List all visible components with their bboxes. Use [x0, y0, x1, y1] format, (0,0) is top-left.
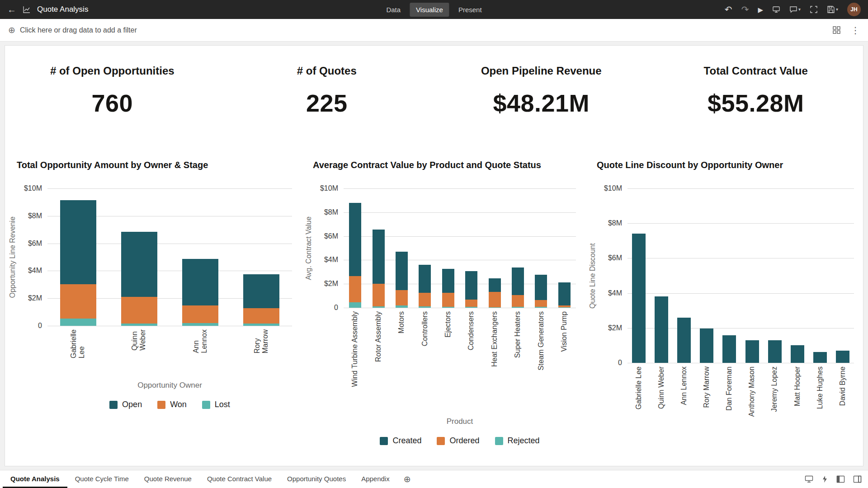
- kpi-total-contract-value[interactable]: Total Contract Value $55.28M: [649, 65, 863, 143]
- bar-segment[interactable]: [442, 269, 454, 293]
- canvas-settings-icon[interactable]: [832, 26, 841, 34]
- x-category-label: Anthony Mason: [748, 366, 756, 417]
- bar-segment[interactable]: [419, 306, 431, 308]
- present-board-icon[interactable]: [772, 5, 780, 14]
- bar-segment[interactable]: [535, 307, 547, 308]
- bar-segment[interactable]: [465, 300, 477, 307]
- bar-segment[interactable]: [813, 352, 827, 363]
- add-filter-icon[interactable]: ⊕: [8, 25, 15, 35]
- bar-segment[interactable]: [349, 302, 361, 308]
- bar-segment[interactable]: [60, 200, 96, 284]
- kpi-open-pipeline-revenue[interactable]: Open Pipeline Revenue $48.21M: [434, 65, 649, 143]
- present-display-icon[interactable]: [805, 475, 813, 483]
- tab-data[interactable]: Data: [380, 3, 407, 17]
- x-label-cell: Controllers: [419, 308, 431, 415]
- bar-segment[interactable]: [442, 293, 454, 307]
- bar-segment[interactable]: [419, 265, 431, 293]
- x-label-cell: Ann Lennox: [182, 326, 218, 379]
- bar-segment[interactable]: [396, 290, 408, 305]
- bar-segment[interactable]: [558, 307, 571, 308]
- filter-prompt[interactable]: Click here or drag data to add a filter: [20, 26, 137, 34]
- tab-present[interactable]: Present: [452, 3, 488, 17]
- user-avatar[interactable]: JH: [847, 3, 861, 16]
- bar-segment[interactable]: [121, 297, 157, 324]
- redo-icon[interactable]: ↷: [741, 5, 749, 14]
- kpi-value: 225: [220, 89, 434, 117]
- bar-segment[interactable]: [512, 307, 524, 308]
- legend-item-ordered[interactable]: Ordered: [437, 436, 479, 446]
- right-panel-toggle-icon[interactable]: [853, 475, 862, 483]
- save-icon[interactable]: ▾: [827, 5, 838, 14]
- preview-play-icon[interactable]: ▶: [758, 6, 763, 13]
- bar-segment[interactable]: [182, 323, 218, 326]
- canvas-tab-quote-revenue[interactable]: Quote Revenue: [137, 470, 199, 488]
- legend-item-lost[interactable]: Lost: [202, 400, 230, 409]
- bar: [60, 188, 96, 326]
- bar-segment[interactable]: [791, 345, 804, 363]
- tab-visualize[interactable]: Visualize: [410, 3, 449, 17]
- bar-segment[interactable]: [419, 293, 431, 306]
- undo-icon[interactable]: ↶: [725, 5, 732, 14]
- bar-segment[interactable]: [836, 351, 849, 363]
- bar-segment[interactable]: [243, 308, 279, 324]
- bar-segment[interactable]: [396, 305, 408, 308]
- y-axis-title: Opportunity Line Revenie: [5, 188, 20, 326]
- comments-icon[interactable]: ▾: [789, 5, 801, 14]
- left-panel-toggle-icon[interactable]: [836, 475, 845, 483]
- y-tick-label: $6M: [28, 239, 42, 248]
- auto-insights-icon[interactable]: [821, 475, 828, 483]
- bar-segment[interactable]: [745, 340, 759, 363]
- kpi-quotes[interactable]: # of Quotes 225: [220, 65, 434, 143]
- bar-segment[interactable]: [677, 318, 691, 363]
- bar-segment[interactable]: [60, 319, 96, 326]
- canvas-tab-quote-analysis[interactable]: Quote Analysis: [3, 470, 67, 488]
- bar-segment[interactable]: [349, 203, 361, 276]
- canvas-tab-quote-cycle-time[interactable]: Quote Cycle Time: [67, 470, 137, 488]
- bar-segment[interactable]: [655, 296, 668, 363]
- more-options-icon[interactable]: ⋮: [851, 25, 860, 36]
- bar-segment[interactable]: [60, 284, 96, 319]
- bar-segment[interactable]: [700, 328, 713, 363]
- bar-segment[interactable]: [489, 278, 501, 291]
- bar-segment[interactable]: [373, 284, 385, 306]
- bar-segment[interactable]: [535, 275, 547, 300]
- bar-segment[interactable]: [396, 252, 408, 290]
- bar-segment[interactable]: [349, 276, 361, 302]
- add-canvas-icon[interactable]: ⊕: [397, 470, 417, 488]
- bar-segment[interactable]: [489, 307, 501, 308]
- kpi-open-opportunities[interactable]: # of Open Opportunities 760: [5, 65, 220, 143]
- bar-segment[interactable]: [535, 300, 547, 307]
- bar-segment[interactable]: [243, 324, 279, 326]
- bar-segment[interactable]: [489, 292, 501, 307]
- legend-item-open[interactable]: Open: [109, 400, 142, 409]
- bar-segment[interactable]: [768, 340, 782, 363]
- bar-segment[interactable]: [465, 307, 477, 308]
- legend-item-won[interactable]: Won: [157, 400, 187, 409]
- bar-segment[interactable]: [182, 259, 218, 305]
- bar-segment[interactable]: [512, 267, 524, 295]
- bar-segment[interactable]: [121, 324, 157, 326]
- bar: [373, 188, 385, 308]
- legend-item-rejected[interactable]: Rejected: [495, 436, 540, 446]
- bar-segment[interactable]: [558, 282, 571, 305]
- bar-segment[interactable]: [442, 307, 454, 308]
- bar-segment[interactable]: [722, 335, 736, 363]
- bar-segment[interactable]: [512, 295, 524, 307]
- bar-segment[interactable]: [632, 234, 646, 363]
- canvas-tab-appendix[interactable]: Appendix: [354, 470, 397, 488]
- canvas-tab-quote-contract-value[interactable]: Quote Contract Value: [199, 470, 279, 488]
- bar-segment[interactable]: [373, 230, 385, 284]
- bar-segment[interactable]: [121, 232, 157, 297]
- bar-segment[interactable]: [465, 271, 477, 300]
- bar: [512, 188, 524, 308]
- bar-segment[interactable]: [373, 306, 385, 308]
- legend-item-created[interactable]: Created: [380, 436, 421, 446]
- bar-segment[interactable]: [243, 274, 279, 308]
- expand-icon[interactable]: [810, 5, 818, 14]
- bar-segment[interactable]: [182, 305, 218, 323]
- back-icon[interactable]: ←: [7, 5, 16, 14]
- kpi-title: # of Quotes: [220, 65, 434, 77]
- y-tick-label: $4M: [608, 289, 622, 297]
- x-axis-labels: Gabrielle LeeQuinn WeberAnn LennoxRory M…: [627, 363, 854, 435]
- canvas-tab-opportunity-quotes[interactable]: Opportunity Quotes: [279, 470, 354, 488]
